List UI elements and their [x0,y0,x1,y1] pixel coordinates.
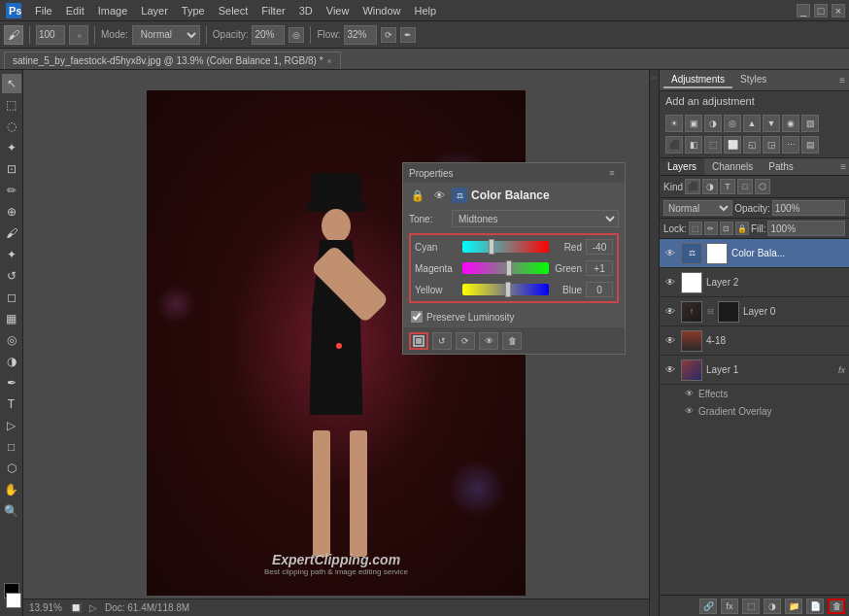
brush-tool[interactable]: 🖌 [2,223,21,243]
gradient-tool[interactable]: ▦ [2,309,21,328]
posterize-icon[interactable]: ◱ [743,136,761,154]
eye-gradient-icon[interactable]: 👁 [683,405,695,417]
adj-panel-menu[interactable]: ≡ [839,75,845,86]
gradient-overlay-item[interactable]: 👁 Gradient Overlay [660,402,849,420]
lock-all-btn[interactable]: 🔒 [735,222,749,235]
cyan-red-value[interactable]: -40 [586,239,613,255]
layer-item-4-18[interactable]: 👁 4-18 [660,326,849,356]
hand-tool[interactable]: ✋ [2,480,21,499]
eye-effects-icon[interactable]: 👁 [683,388,695,399]
color-lookup-icon[interactable]: ⬚ [704,136,722,154]
yellow-blue-slider[interactable] [462,284,549,295]
toggle-visibility-button[interactable]: 👁 [479,332,498,350]
blur-tool[interactable]: ◎ [2,330,21,350]
path-selection-tool[interactable]: ▷ [2,416,21,435]
flow-input[interactable]: 32% [344,25,377,45]
layer-eye-4-18[interactable]: 👁 [663,334,677,348]
channel-mixer-icon[interactable]: ◧ [685,136,702,154]
styles-tab[interactable]: Styles [732,72,774,88]
delete-button[interactable]: 🗑 [502,332,522,350]
preserve-luminosity-checkbox[interactable] [411,311,423,323]
layers-tab[interactable]: Layers [660,158,704,175]
brush-tool-button[interactable]: 🖌 [4,25,23,45]
levels-icon[interactable]: ▣ [685,115,702,132]
healing-brush-tool[interactable]: ⊕ [2,202,21,222]
layer-mode-select[interactable]: Normal [663,200,732,216]
previous-state-button[interactable]: ↺ [432,332,452,350]
cyan-red-thumb[interactable] [489,239,494,255]
layer-eye-color-balance[interactable]: 👁 [663,247,677,260]
menu-window[interactable]: Window [357,3,406,18]
gradient-map-icon[interactable]: ⋯ [782,136,799,154]
lock-artboards-btn[interactable]: ⊡ [720,222,733,235]
background-color[interactable] [6,593,21,608]
stylus-button[interactable]: ✒ [400,27,416,43]
yellow-blue-thumb[interactable] [505,282,511,297]
menu-edit[interactable]: Edit [60,3,90,18]
adjustments-tab[interactable]: Adjustments [663,72,732,88]
brightness-icon[interactable]: ☀ [665,115,683,132]
layer-item-layer0[interactable]: 👁 f ⊟ Layer 0 [660,297,849,326]
brush-options-button[interactable]: ⬦ [69,25,88,45]
link-layers-button[interactable]: 🔗 [699,599,717,614]
reset-button[interactable]: ⟳ [456,332,475,350]
menu-3d[interactable]: 3D [293,3,319,18]
brush-size-input[interactable]: 100 [36,25,65,45]
close-button[interactable]: × [832,4,845,17]
type-tool[interactable]: T [2,394,21,414]
menu-layer[interactable]: Layer [135,3,174,18]
channels-tab[interactable]: Channels [704,158,761,175]
opacity-input[interactable]: 20% [252,25,285,45]
layer-item-layer2[interactable]: 👁 Layer 2 [660,268,849,297]
layer-eye-layer1[interactable]: 👁 [663,363,677,377]
effects-item[interactable]: 👁 Effects [660,385,849,402]
delete-layer-button[interactable]: 🗑 [828,599,845,614]
invert-icon[interactable]: ⬜ [724,136,741,154]
lasso-tool[interactable]: ◌ [2,117,21,136]
tab-close-button[interactable]: × [327,56,332,66]
rectangular-marquee-tool[interactable]: ⬚ [2,95,21,115]
menu-filter[interactable]: Filter [255,3,290,18]
menu-file[interactable]: File [29,3,58,18]
threshold-icon[interactable]: ◲ [763,136,780,154]
menu-image[interactable]: Image [92,3,134,18]
menu-select[interactable]: Select [213,3,255,18]
dodge-tool[interactable]: ◑ [2,352,21,371]
add-layer-style-button[interactable]: fx [721,599,738,614]
layer-item-layer1[interactable]: 👁 Layer 1 fx [660,356,849,385]
photo-filter-icon[interactable]: ⬛ [665,136,683,154]
history-brush-tool[interactable]: ↺ [2,266,21,286]
filter-type-btn[interactable]: T [720,179,735,194]
flow-icon[interactable]: ⟳ [381,27,396,43]
yellow-blue-value[interactable]: 0 [586,282,613,297]
eraser-tool[interactable]: ◻ [2,288,21,307]
layer-eye-layer0[interactable]: 👁 [663,305,677,319]
opacity-input[interactable]: 100% [772,200,845,216]
black-white-icon[interactable]: ▧ [801,115,819,132]
layers-panel-menu[interactable]: ≡ [837,158,849,175]
selective-color-icon[interactable]: ▤ [801,136,819,154]
vibrance-icon[interactable]: ▲ [743,115,761,132]
shape-tool[interactable]: □ [2,437,21,457]
filter-adjustment-btn[interactable]: ◑ [702,179,718,194]
3d-tool[interactable]: ⬡ [2,459,21,478]
new-adjustment-button[interactable]: ◑ [764,599,781,614]
quick-select-tool[interactable]: ✦ [2,138,21,157]
crop-tool[interactable]: ⊡ [2,159,21,179]
panel-collapse-bar[interactable]: ⋮ [649,70,659,616]
maximize-button[interactable]: □ [814,4,828,17]
minimize-button[interactable]: _ [797,4,810,17]
paths-tab[interactable]: Paths [761,158,801,175]
hue-saturation-icon[interactable]: ▼ [763,115,780,132]
new-group-button[interactable]: 📁 [785,599,802,614]
airbrush-button[interactable]: ◎ [289,27,304,43]
move-tool[interactable]: ↖ [2,74,21,93]
color-balance-adj-icon[interactable]: ◉ [782,115,799,132]
document-tab[interactable]: satine_5_by_faestock-d5hyx8v.jpg @ 13.9%… [4,51,341,69]
lock-pixels-btn[interactable]: ⬚ [689,222,702,235]
lock-position-btn[interactable]: ✏ [704,222,718,235]
tone-select[interactable]: Midtones Shadows Highlights [452,210,619,227]
layer-item-color-balance[interactable]: 👁 ⚖ Color Bala... [660,239,849,268]
zoom-tool[interactable]: 🔍 [2,501,21,521]
panel-menu-icon[interactable]: ≡ [605,166,619,180]
